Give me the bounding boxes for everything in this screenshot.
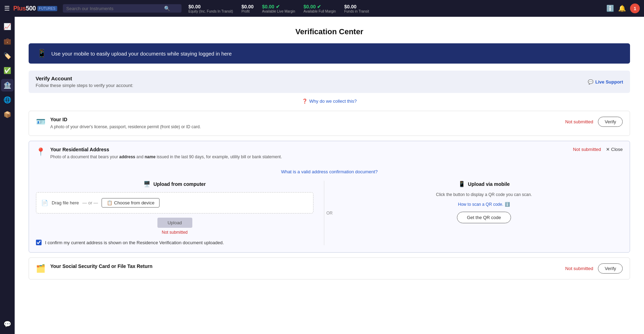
upload-not-submitted: Not submitted <box>36 230 313 235</box>
your-id-verify-button[interactable]: Verify <box>598 117 623 127</box>
what-is-valid-link[interactable]: What is a valid address confirmation doc… <box>36 169 623 174</box>
sidebar-item-portfolio[interactable]: 💼 <box>1 35 14 48</box>
or-text: — or — <box>82 200 98 205</box>
profit-value: $0.00 <box>242 4 254 9</box>
confirm-checkbox[interactable] <box>36 240 42 245</box>
futures-badge: FUTURES <box>37 6 57 11</box>
main-content: Verification Center 📱 Use your mobile to… <box>15 17 644 334</box>
residential-address-actions: Not submitted ✕ Close <box>573 147 623 152</box>
social-security-title: Your Social Security Card or File Tax Re… <box>50 263 560 269</box>
stats-bar: $0.00 Equity (Inc. Funds In Transit) $0.… <box>188 4 606 13</box>
confirm-checkbox-row: I confirm my current address is shown on… <box>36 240 313 245</box>
live-margin-label: Available Live Margin <box>262 9 295 13</box>
residential-address-title: Your Residential Address <box>50 147 568 152</box>
sidebar-item-check[interactable]: ✅ <box>1 64 14 77</box>
upload-computer-title-row: 🖥️ Upload from computer <box>36 181 313 187</box>
mobile-banner: 📱 Use your mobile to easily upload your … <box>29 43 630 64</box>
tag-icon: 🏷️ <box>3 52 11 60</box>
info-icon[interactable]: ℹ️ <box>606 5 614 12</box>
residential-address-section: 📍 Your Residential Address Photo of a do… <box>29 141 630 253</box>
get-qr-button[interactable]: Get the QR code <box>457 212 511 223</box>
chart-icon: 📈 <box>3 23 11 30</box>
upload-button[interactable]: Upload <box>157 218 192 228</box>
file-icon: 📄 <box>41 199 48 206</box>
profit-label: Profit <box>242 9 250 13</box>
your-id-actions: Not submitted Verify <box>565 117 623 127</box>
sidebar: 📈 💼 🏷️ ✅ 🏦 🌐 📦 💬 <box>0 17 15 334</box>
drop-zone[interactable]: 📄 Drag file here — or — 📋 Choose from de… <box>36 192 313 213</box>
verify-account-title: Verify Account <box>36 75 133 81</box>
residential-address-text: Your Residential Address Photo of a docu… <box>50 147 568 160</box>
phone-icon: 📱 <box>37 49 46 58</box>
social-security-actions: Not submitted Verify <box>565 263 623 274</box>
or-divider-text: OR <box>326 211 333 216</box>
topnav-right-icons: ℹ️ 🔔 1 <box>606 3 640 13</box>
upload-computer-col: 🖥️ Upload from computer 📄 Drag file here… <box>36 181 324 245</box>
clipboard-icon: 📋 <box>107 200 112 205</box>
computer-icon: 🖥️ <box>143 181 150 187</box>
how-to-scan-text: How to scan a QR code. <box>458 202 503 207</box>
equity-label: Equity (Inc. Funds In Transit) <box>188 9 233 13</box>
check-circle-icon: ✅ <box>3 67 11 74</box>
notifications-icon[interactable]: 🔔 <box>618 5 626 12</box>
upload-mobile-title: Upload via mobile <box>468 181 510 187</box>
chat-icon: 💬 <box>3 320 11 328</box>
search-icon: 🔍 <box>164 6 170 11</box>
residential-address-close-button[interactable]: ✕ Close <box>606 147 623 152</box>
your-id-status: Not submitted <box>565 119 593 124</box>
id-icon: 🪪 <box>36 117 45 126</box>
why-collect-text: Why do we collect this? <box>309 99 357 104</box>
mobile-col-icon: 📱 <box>458 181 465 187</box>
social-security-status: Not submitted <box>565 266 593 271</box>
social-security-verify-button[interactable]: Verify <box>598 263 623 274</box>
why-collect-link[interactable]: ❓ Why do we collect this? <box>29 99 630 104</box>
live-support-button[interactable]: 💬 Live Support <box>588 79 623 85</box>
social-security-header: 🗂️ Your Social Security Card or File Tax… <box>29 258 630 279</box>
upload-computer-title: Upload from computer <box>153 181 206 187</box>
full-margin-label: Available Full Margin <box>304 9 336 13</box>
full-margin-value: $0.00 ✔ <box>304 4 321 9</box>
sidebar-item-chart[interactable]: 📈 <box>1 20 14 33</box>
sidebar-item-bank[interactable]: 🏦 <box>1 79 14 92</box>
funds-transit-value: $0.00 <box>344 4 356 9</box>
how-to-scan-link[interactable]: How to scan a QR code. ℹ️ <box>345 202 623 207</box>
equity-value: $0.00 <box>188 4 201 9</box>
sidebar-item-chat[interactable]: 💬 <box>1 318 14 331</box>
menu-button[interactable]: ☰ <box>4 5 10 12</box>
sidebar-item-box[interactable]: 📦 <box>1 108 14 121</box>
verify-account-left: Verify Account Follow these simple steps… <box>36 75 133 88</box>
live-margin-value: $0.00 ✔ <box>262 4 280 9</box>
drag-text: Drag file here <box>52 200 79 205</box>
address-icon: 📍 <box>36 147 45 157</box>
verify-account-subtitle: Follow these simple steps to verify your… <box>36 83 133 88</box>
info-circle-icon: ℹ️ <box>505 202 510 207</box>
search-input[interactable] <box>66 6 164 11</box>
sidebar-item-globe[interactable]: 🌐 <box>1 94 14 106</box>
confirm-checkbox-label: I confirm my current address is shown on… <box>45 240 224 245</box>
choose-label: Choose from device <box>114 200 155 205</box>
mobile-banner-text: Use your mobile to easily upload your do… <box>51 51 232 57</box>
page-title: Verification Center <box>29 27 630 36</box>
social-security-text: Your Social Security Card or File Tax Re… <box>50 263 560 270</box>
stat-profit: $0.00 Profit <box>242 4 254 13</box>
search-box[interactable]: 🔍 <box>63 4 182 13</box>
choose-from-device-button[interactable]: 📋 Choose from device <box>102 198 160 208</box>
upload-mobile-col: 📱 Upload via mobile Click the button to … <box>335 181 623 245</box>
your-id-section: 🪪 Your ID A photo of your driver's licen… <box>29 111 630 136</box>
question-icon: ❓ <box>302 99 308 104</box>
box-icon: 📦 <box>3 111 11 118</box>
globe-icon: 🌐 <box>3 96 11 104</box>
verify-account-box: Verify Account Follow these simple steps… <box>29 71 630 93</box>
logo-plus: Plus <box>13 5 26 12</box>
sidebar-item-tags[interactable]: 🏷️ <box>1 50 14 62</box>
funds-transit-label: Funds in Transit <box>344 9 369 13</box>
avatar[interactable]: 1 <box>630 3 640 13</box>
stat-equity: $0.00 Equity (Inc. Funds In Transit) <box>188 4 233 13</box>
portfolio-icon: 💼 <box>3 37 11 45</box>
residential-address-header: 📍 Your Residential Address Photo of a do… <box>29 141 630 166</box>
residential-address-body: What is a valid address confirmation doc… <box>29 166 630 252</box>
your-id-text: Your ID A photo of your driver's license… <box>50 117 560 130</box>
close-x-icon: ✕ <box>606 147 610 152</box>
logo-text: Plus500 <box>13 5 36 12</box>
close-label: Close <box>611 147 623 152</box>
